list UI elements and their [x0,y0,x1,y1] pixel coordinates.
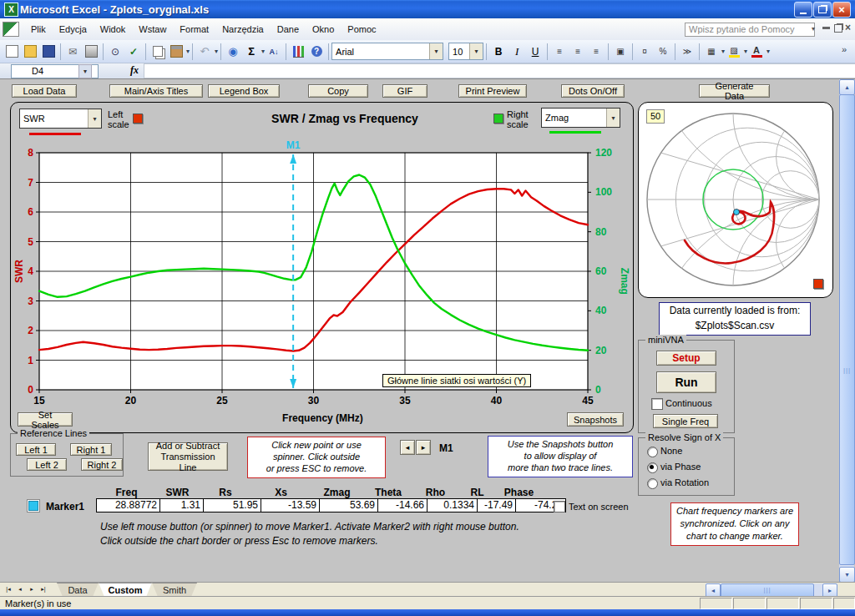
italic-button[interactable]: I [508,43,525,59]
font-name-select[interactable]: Arial ▾ [331,43,443,60]
marker-spin-left-button[interactable]: ◂ [400,440,415,455]
single-freq-button[interactable]: Single Freq [653,414,718,428]
menu-plik[interactable]: Plik [24,21,53,38]
fill-color-button[interactable]: ▨ [726,43,742,59]
fill-color-button-dropdown[interactable]: ▾ [744,48,747,55]
text-on-screen-checkbox[interactable] [554,501,565,512]
sheet-nav-3[interactable]: ▸| [38,583,49,595]
reference-left-2-button[interactable]: Left 2 [27,458,67,471]
menu-dane[interactable]: Dane [271,21,306,38]
currency-button[interactable]: ¤ [636,43,653,59]
chart-wizard-icon[interactable] [290,43,306,59]
align-right-button[interactable]: ≡ [588,43,605,59]
sort-ascending-icon[interactable]: A↓ [266,43,282,59]
formula-input[interactable] [144,63,855,78]
smith-chart-panel[interactable]: 50 [638,102,833,298]
marker-spin-right-button[interactable]: ▸ [416,440,431,455]
radio-via-phase[interactable] [647,462,658,473]
run-button[interactable]: Run [656,371,716,393]
reference-right-1-button[interactable]: Right 1 [70,443,112,456]
mail-icon[interactable]: ✉ [64,43,81,59]
smith-marker-dot[interactable] [734,210,740,215]
toolbar-overflow-icon[interactable]: » [842,44,847,54]
radio-none[interactable] [647,447,658,457]
menu-okno[interactable]: Okno [306,21,341,38]
scroll-down-icon[interactable]: ▾ [839,567,855,583]
merge-center-button[interactable]: ▣ [612,43,629,59]
bold-button[interactable]: B [490,43,507,59]
spellcheck-icon[interactable]: ✓ [125,43,142,59]
underline-button[interactable]: U [527,43,544,59]
autosum-icon[interactable]: Σ [243,43,260,59]
action-button-copy[interactable]: Copy [308,84,368,98]
save-icon[interactable] [40,43,57,59]
snapshots-button[interactable]: Snapshots [567,412,624,427]
borders-button[interactable]: ▦ [703,43,720,59]
new-document-icon[interactable] [3,43,20,59]
autosum-icon-dropdown[interactable]: ▾ [261,48,265,55]
doc-minimize-icon[interactable] [822,27,830,29]
action-button-print-preview[interactable]: Print Preview [458,84,527,98]
restore-button[interactable] [813,2,832,18]
xy-chart[interactable]: 15202530354045012345678020406080100120SW… [11,103,633,432]
font-name-dropdown-icon[interactable]: ▾ [429,43,443,59]
help-dropdown-icon[interactable]: ▾ [812,25,815,33]
vertical-scrollbar[interactable]: ▴ ||| ▾ [839,79,854,582]
reference-right-2-button[interactable]: Right 2 [81,458,123,471]
font-size-select[interactable]: 10 ▾ [448,43,483,60]
font-color-button[interactable]: A [748,43,765,59]
paste-icon-dropdown[interactable]: ▾ [186,48,190,55]
continuous-checkbox[interactable] [651,398,663,410]
borders-button-dropdown[interactable]: ▾ [721,48,725,55]
doc-close-icon[interactable]: × [845,22,851,33]
name-box-dropdown-icon[interactable]: ▾ [78,64,92,78]
menu-edycja[interactable]: Edycja [53,21,94,38]
sheet-nav-1[interactable]: ◂ [14,583,26,595]
sheet-tab-smith[interactable]: Smith [152,583,197,597]
sheet-tab-custom[interactable]: Custom [99,583,152,597]
fx-icon[interactable]: fx [130,64,139,77]
doc-restore-icon[interactable] [834,24,842,33]
minimize-button[interactable] [794,2,812,18]
copy-icon[interactable] [149,43,166,59]
hyperlink-icon[interactable]: ◉ [225,43,241,59]
radio-via-rotation[interactable] [647,478,658,489]
menu-widok[interactable]: Widok [94,21,133,38]
action-button-gif[interactable]: GIF [382,84,428,98]
open-folder-icon[interactable] [22,43,38,59]
undo-icon-dropdown[interactable]: ▾ [215,48,218,55]
action-button-main-axis-titles[interactable]: Main/Axis Titles [109,84,203,98]
print-preview-icon[interactable]: ⊙ [107,43,124,59]
smith-marker-button[interactable] [813,279,823,289]
increase-indent-button[interactable]: ≫ [679,43,696,59]
scroll-up-icon[interactable]: ▴ [839,79,855,95]
action-button-dots-on-off[interactable]: Dots On/Off [561,84,625,98]
reference-left-1-button[interactable]: Left 1 [16,443,56,456]
vertical-scroll-thumb[interactable]: ||| [839,94,855,565]
action-button-generate-data[interactable]: Generate Data [699,84,770,98]
percent-button[interactable]: % [655,43,671,59]
print-icon[interactable] [83,43,99,59]
sheet-nav-2[interactable]: ▸ [26,583,38,595]
close-button[interactable]: × [832,2,851,18]
set-scales-button[interactable]: Set Scales [18,412,73,427]
marker1-indicator[interactable] [27,499,40,512]
horizontal-scrollbar[interactable]: ◂ ||| ▸ [706,583,837,596]
paste-icon[interactable] [168,43,185,59]
font-size-dropdown-icon[interactable]: ▾ [469,43,483,59]
smith-chart[interactable] [640,104,830,295]
align-center-button[interactable]: ≡ [569,43,586,59]
menu-pomoc[interactable]: Pomoc [341,21,382,38]
action-button-legend-box[interactable]: Legend Box [208,84,280,98]
menu-wstaw[interactable]: Wstaw [132,21,173,38]
menu-format[interactable]: Format [173,21,215,38]
setup-button[interactable]: Setup [656,351,716,366]
action-button-load-data[interactable]: Load Data [12,84,77,98]
sheet-tab-data[interactable]: Data [57,583,99,597]
menu-narzdzia[interactable]: Narzędzia [215,21,271,38]
undo-icon[interactable]: ↶ [196,43,213,59]
font-color-button-dropdown[interactable]: ▾ [766,48,770,55]
align-left-button[interactable]: ≡ [551,43,568,59]
help-question-input[interactable]: Wpisz pytanie do Pomocy [685,23,815,37]
transmission-line-button[interactable]: Add or Subtract Transmission Line [148,442,228,471]
